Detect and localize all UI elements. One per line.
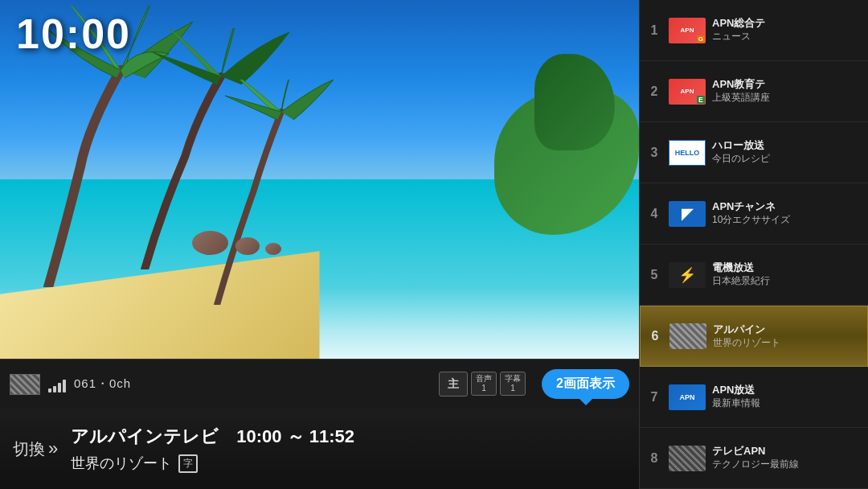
info-bar: 切換 » アルパインテレビ 10:00 ～ 11:52 世界のリゾート 字 [0, 409, 639, 489]
channel-number-2: 2 [646, 84, 662, 99]
audio-num: 1 [476, 384, 492, 393]
channel-logo-7: APN [669, 384, 706, 410]
channel-info-4: APNチャンネ 10分エクササイズ [712, 200, 862, 226]
rock-2 [235, 237, 260, 255]
palm-tree-3 [177, 80, 338, 305]
caption-label: 字幕 [505, 374, 521, 384]
channel-item-2[interactable]: 2 APN E APN教育テ 上級英語講座 [640, 61, 868, 122]
audio-label: 音声 [476, 374, 492, 384]
channel-item-3[interactable]: 3 HELLO ハロー放送 今日のレシピ [640, 122, 868, 183]
switch-button[interactable]: 切換 » [13, 438, 71, 460]
channel-number-6: 6 [647, 329, 663, 343]
audio-select-button[interactable]: 音声 1 [471, 372, 497, 396]
channel-number-8: 8 [646, 451, 662, 466]
main-audio-button[interactable]: 主 [439, 372, 468, 397]
channel-number-1: 1 [646, 23, 662, 38]
channel-number-4: 4 [646, 207, 662, 221]
control-bar: 061・0ch 主 音声 1 字幕 1 2画面表示 [0, 359, 639, 409]
channel-logo-1: APN G [669, 18, 706, 43]
channel-program-3: 今日のレシピ [712, 153, 862, 166]
channel-name-5: 電機放送 [712, 261, 862, 275]
channel-program-5: 日本絶景紀行 [712, 275, 862, 288]
channel-number-3: 3 [646, 146, 662, 160]
caption-button[interactable]: 字幕 1 [500, 372, 526, 396]
channel-name-1: APN総合テ [712, 17, 862, 31]
rocks [192, 231, 282, 258]
channel-program-4: 10分エクササイズ [712, 214, 862, 227]
channel-name-4: APNチャンネ [712, 200, 862, 214]
audio-control-buttons: 主 音声 1 字幕 1 [439, 372, 526, 397]
channel-program-2: 上級英語講座 [712, 92, 862, 105]
signal-bar-1 [48, 388, 51, 392]
signal-strength [48, 376, 66, 392]
channel-number: 061・0ch [74, 376, 131, 392]
channel-logo-2: APN E [669, 79, 706, 105]
dual-screen-button[interactable]: 2画面表示 [542, 369, 629, 399]
channel-info-1: APN総合テ ニュース [712, 17, 862, 43]
channel-name-2: APN教育テ [712, 78, 862, 92]
video-area: 10:00 [0, 0, 639, 359]
channel-logo-8 [669, 446, 706, 471]
channel-item-6[interactable]: 6 アルパイン 世界のリゾート [640, 306, 868, 367]
channel-logo-6 [669, 323, 706, 349]
channel-item-7[interactable]: 7 APN APN放送 最新車情報 [640, 367, 868, 428]
channel-program-8: テクノロジー最前線 [712, 458, 862, 471]
caption-badge: 字 [178, 454, 198, 473]
channel-item-8[interactable]: 8 テレビAPN テクノロジー最前線 [640, 428, 868, 489]
channel-info-3: ハロー放送 今日のレシピ [712, 139, 862, 165]
channel-name-6: アルパイン [713, 323, 861, 337]
caption-num: 1 [505, 384, 521, 393]
channel-program-7: 最新車情報 [712, 397, 862, 410]
clock-display: 10:00 [16, 10, 131, 58]
channel-item-5[interactable]: 5 ⚡ 電機放送 日本絶景紀行 [640, 244, 868, 306]
program-subtitle: 世界のリゾート 字 [71, 454, 626, 473]
channel-logo-4: ◤ [669, 201, 706, 227]
channel-item-4[interactable]: 4 ◤ APNチャンネ 10分エクササイズ [640, 183, 868, 244]
channel-logo-3: HELLO [669, 140, 706, 166]
switch-label: 切換 [13, 438, 45, 460]
current-channel-logo [10, 374, 40, 395]
channel-info-5: 電機放送 日本絶景紀行 [712, 261, 862, 287]
left-panel: 10:00 061・0ch 主 音声 1 字幕 1 2画 [0, 0, 639, 489]
channel-info-7: APN放送 最新車情報 [712, 384, 862, 409]
channel-name-7: APN放送 [712, 384, 862, 397]
channel-info-6: アルパイン 世界のリゾート [713, 323, 861, 349]
channel-program-6: 世界のリゾート [713, 337, 861, 350]
program-info: アルパインテレビ 10:00 ～ 11:52 世界のリゾート 字 [71, 425, 626, 473]
chevron-double-right-icon: » [48, 438, 58, 459]
channel-number-5: 5 [646, 268, 662, 282]
channel-number-7: 7 [646, 390, 662, 405]
channel-item-1[interactable]: 1 APN G APN総合テ ニュース [640, 0, 868, 61]
rock-1 [192, 231, 228, 255]
channel-logo-5: ⚡ [669, 262, 706, 288]
signal-bar-3 [58, 383, 61, 392]
rock-3 [265, 243, 281, 255]
signal-bar-4 [63, 380, 66, 392]
channel-name-8: テレビAPN [712, 445, 862, 458]
channel-list: 1 APN G APN総合テ ニュース 2 APN E APN教育テ 上級英語講… [639, 0, 868, 489]
channel-info-2: APN教育テ 上級英語講座 [712, 78, 862, 104]
program-title: アルパインテレビ 10:00 ～ 11:52 [71, 425, 626, 449]
channel-program-1: ニュース [712, 31, 862, 43]
channel-info-8: テレビAPN テクノロジー最前線 [712, 445, 862, 471]
signal-bar-2 [53, 386, 56, 392]
channel-name-3: ハロー放送 [712, 139, 862, 153]
program-subtitle-text: 世界のリゾート [71, 454, 172, 473]
